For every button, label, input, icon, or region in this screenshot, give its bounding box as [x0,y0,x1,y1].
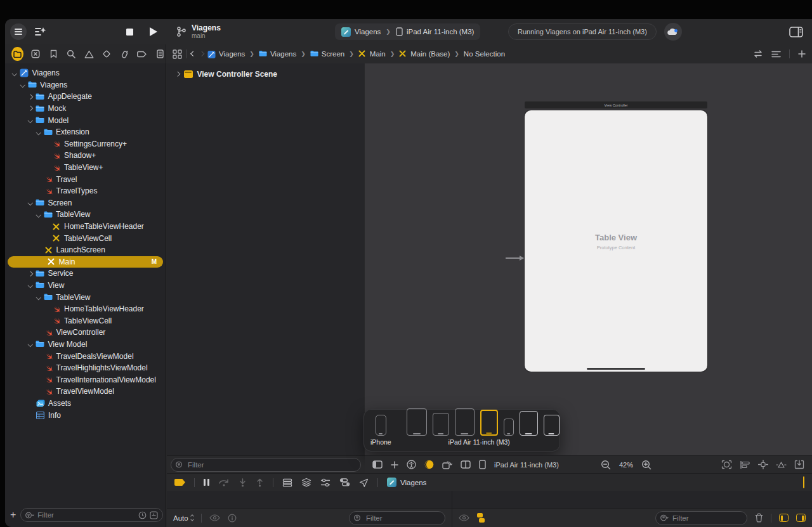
scheme-selector[interactable]: Viagens ❯ iPad Air 11-inch (M3) [335,23,480,40]
tab-find-navigator[interactable] [66,48,77,60]
tree-item-tableview-[interactable]: TableView+ [5,162,166,174]
disclosure-icon[interactable] [36,295,41,300]
debug-process-selector[interactable]: Viagens [387,478,426,487]
disclosure-icon[interactable] [28,342,33,347]
crumb-viagens[interactable]: Viagens [207,50,245,58]
tree-item-tableview[interactable]: TableView [5,209,166,221]
tree-item-tableviewcell[interactable]: TableViewCell [5,232,166,244]
info-circle-icon[interactable] [228,514,237,523]
step-out-button[interactable] [256,478,264,487]
tree-item-hometableviewheader[interactable]: HomeTableViewHeader [5,303,166,315]
tree-item-hometableviewheader[interactable]: HomeTableViewHeader [5,221,166,233]
ipad-option[interactable] [455,408,475,436]
crumb-screen[interactable]: Screen [310,50,344,58]
disclosure-icon[interactable] [175,72,180,77]
breakpoints-toggle-button[interactable] [174,479,185,486]
embed-icon[interactable] [794,460,804,469]
ipad-option[interactable] [407,408,427,436]
zoom-out-icon[interactable] [601,460,611,470]
console-view[interactable] [452,491,812,527]
back-icon[interactable] [191,51,196,56]
crumb-main[interactable]: Main [358,50,386,58]
tree-item-launchscreen[interactable]: LaunchScreen [5,244,166,256]
tree-item-info[interactable]: Info [5,409,166,421]
view-controller-view[interactable]: Table View Prototype Content [525,110,707,372]
disclosure-icon[interactable] [20,82,25,88]
tree-item-view-model[interactable]: View Model [5,339,166,351]
forward-icon[interactable] [199,51,204,56]
crumb-main-base-[interactable]: Main (Base) [399,50,450,58]
tree-item-travelhighlightsviewmodel[interactable]: TravelHighlightsViewModel [5,362,166,374]
disclosure-icon[interactable] [36,129,41,134]
compose-button[interactable] [34,26,47,37]
tree-item-model[interactable]: Model [5,114,166,126]
pause-button[interactable] [204,479,209,486]
metadata-toggle-button[interactable] [477,513,485,523]
ipad-option[interactable] [520,411,538,436]
quicklook-eye-icon[interactable] [209,514,220,521]
add-device-icon[interactable] [391,461,398,469]
ipad-option[interactable] [544,415,560,436]
tab-breakpoints-navigator[interactable] [137,48,148,60]
stop-button[interactable] [126,29,133,36]
tree-item-viagens[interactable]: Viagens [5,67,166,79]
activity-status[interactable]: Running Viagens on iPad Air 11-inch (M3) [508,23,657,40]
align-icon[interactable] [740,460,750,469]
tree-item-shadow-[interactable]: Shadow+ [5,150,166,162]
tree-item-tableviewcell[interactable]: TableViewCell [5,315,166,327]
iphone-device-option[interactable]: iPhone [370,415,391,446]
add-editor-icon[interactable] [798,50,806,58]
add-constraints-icon[interactable] [758,460,768,469]
canvas-device-name[interactable]: iPad Air 11-inch (M3) [494,461,559,469]
tree-item-travelviewmodel[interactable]: TravelViewModel [5,386,166,398]
tab-debug-navigator[interactable] [119,48,130,60]
navigator-filter-field[interactable] [20,508,163,522]
tree-item-tableview[interactable]: TableView [5,291,166,303]
clock-icon[interactable] [138,511,147,519]
tree-item-assets[interactable]: Assets [5,398,166,410]
view-controller-preview[interactable]: View Controller Table View Prototype Con… [525,101,707,372]
disclosure-icon[interactable] [28,118,33,123]
tree-item-mock[interactable]: Mock [5,103,166,115]
step-into-button[interactable] [239,478,247,487]
outline-filter-input[interactable] [188,461,356,469]
tree-item-extension[interactable]: Extension [5,126,166,138]
tree-item-viagens[interactable]: Viagens [5,79,166,91]
variables-filter-input[interactable] [366,514,440,522]
tree-item-traveltypes[interactable]: TravelTypes [5,185,166,197]
run-button[interactable] [150,27,157,36]
navigator-toggle-button[interactable] [10,23,27,40]
tree-item-service[interactable]: Service [5,268,166,280]
simulate-location-button[interactable] [359,478,369,487]
tab-reports-navigator[interactable] [155,48,166,60]
interface-builder-canvas[interactable]: View Controller Table View Prototype Con… [365,63,812,455]
tab-changes-navigator[interactable] [30,48,41,60]
environment-overrides-button[interactable] [320,478,331,487]
update-frames-icon[interactable] [721,460,732,469]
split-view-icon[interactable] [461,460,471,469]
step-over-button[interactable] [218,478,230,486]
resolve-autolayout-icon[interactable] [776,460,787,469]
inspector-toggle-button[interactable] [789,27,803,37]
disclosure-icon[interactable] [28,200,33,205]
ipad-option[interactable] [504,419,514,436]
variables-view-toggle-button[interactable] [779,514,789,522]
console-filter-input[interactable] [672,514,742,522]
disclosure-icon[interactable] [28,271,33,277]
console-toggle-button[interactable] [796,514,806,522]
crumb-no-selection[interactable]: No Selection [464,50,505,58]
tree-item-appdelegate[interactable]: AppDelegate [5,91,166,103]
disclosure-icon[interactable] [28,94,33,100]
swap-arrows-icon[interactable] [753,50,763,58]
tree-item-screen[interactable]: Screen [5,197,166,209]
orientation-icon[interactable] [442,460,452,469]
view-controller-title-bar[interactable]: View Controller [525,101,707,108]
debug-area-toggle-button[interactable] [803,476,804,488]
scm-status-filter-icon[interactable] [150,511,158,519]
disclosure-icon[interactable] [28,106,33,111]
crumb-viagens[interactable]: Viagens [259,50,296,58]
appearance-toggle-icon[interactable] [424,460,434,469]
tab-tests-navigator[interactable] [102,48,112,60]
related-items-icon[interactable] [173,49,182,59]
ipad-option[interactable] [433,413,449,436]
